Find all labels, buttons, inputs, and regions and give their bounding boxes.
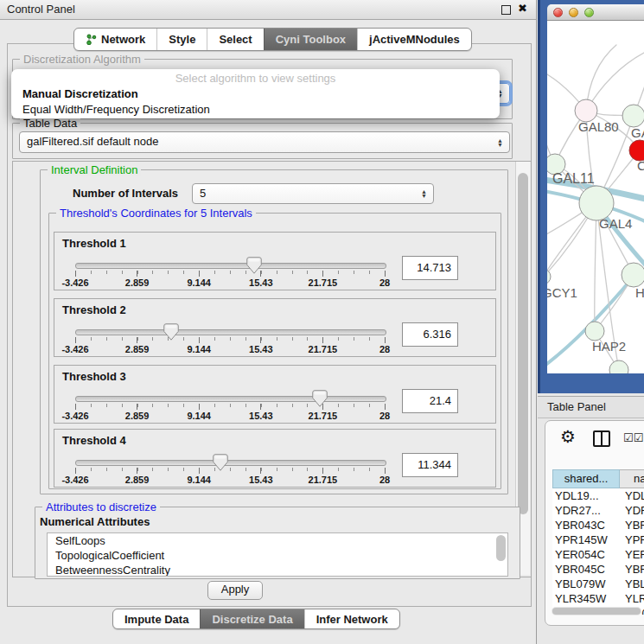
- slider-tick-label: 9.144: [187, 475, 211, 485]
- slider-major-tick: [385, 337, 386, 343]
- columns-icon[interactable]: [593, 430, 610, 447]
- slider-track[interactable]: [75, 396, 386, 402]
- threshold-2-value-field[interactable]: 6.316: [402, 322, 458, 347]
- network-node-label: GA: [631, 125, 644, 140]
- tab-label: Style: [169, 29, 195, 49]
- slider-tick-label: 2.859: [125, 475, 150, 485]
- number-of-intervals-combobox[interactable]: 5 ▲▼: [192, 183, 434, 204]
- network-node[interactable]: [579, 186, 614, 220]
- slider-major-tick: [75, 404, 76, 410]
- list-scrollbar-thumb[interactable]: [496, 535, 506, 561]
- threshold-4-slider[interactable]: -3.4262.8599.14415.4321.71528: [75, 456, 385, 487]
- discretization-algorithm-group-title: Discretization Algorithm: [20, 53, 144, 66]
- slider-tick-label: -3.426: [61, 277, 88, 288]
- network-node[interactable]: [622, 263, 644, 287]
- threshold-3-slider[interactable]: -3.4262.8599.14415.4321.71528: [75, 392, 385, 423]
- network-node[interactable]: [547, 269, 551, 284]
- slider-thumb[interactable]: [163, 323, 179, 344]
- network-node-label: HAP2: [592, 339, 626, 354]
- network-node-label: H: [635, 285, 644, 300]
- close-icon[interactable]: ✖: [518, 2, 527, 15]
- slider-tick-label: 28: [379, 277, 390, 288]
- slider-tick-label: 2.859: [125, 344, 150, 354]
- table-row[interactable]: YLR345WYLR3: [552, 591, 644, 606]
- threshold-3-panel: Threshold 3-3.4262.8599.14415.4321.71528…: [54, 365, 496, 424]
- table-row[interactable]: YBR043CYBR0: [552, 518, 644, 532]
- table-row[interactable]: YDL19...YDL1: [552, 488, 644, 503]
- slider-major-tick: [260, 337, 261, 343]
- tab-jactivemnodules[interactable]: jActiveMNodules: [357, 29, 471, 50]
- threshold-4-value-field[interactable]: 11.344: [402, 453, 458, 477]
- slider-major-tick: [322, 271, 323, 277]
- float-window-icon[interactable]: [501, 5, 511, 15]
- attribute-item-selfloops[interactable]: SelfLoops: [48, 533, 507, 548]
- network-node[interactable]: [609, 360, 628, 373]
- tab-discretize-data[interactable]: Discretize Data: [200, 609, 303, 628]
- select-columns-checkboxes-icon[interactable]: ☑☑: [623, 431, 643, 444]
- algorithm-option-manual[interactable]: Manual Discretization: [11, 86, 500, 102]
- column-header-shared[interactable]: shared...: [552, 469, 620, 488]
- algorithm-placeholder: Select algorithm to view settings: [11, 69, 500, 86]
- network-node[interactable]: [622, 105, 644, 127]
- tab-infer-network[interactable]: Infer Network: [304, 609, 399, 628]
- table-cell-shared-name: YDR27...: [552, 503, 620, 518]
- network-edge[interactable]: [586, 48, 644, 111]
- column-header-na[interactable]: na: [620, 469, 644, 488]
- attributes-group-title: Attributes to discretize: [42, 501, 160, 513]
- cyni-mode-tabs: Impute DataDiscretize DataInfer Network: [112, 609, 400, 629]
- slider-tick-label: 21.715: [309, 475, 338, 485]
- slider-thumb[interactable]: [213, 454, 228, 475]
- network-icon: [86, 34, 97, 45]
- tab-cyni-toolbox[interactable]: Cyni Toolbox: [264, 29, 357, 50]
- tab-select[interactable]: Select: [207, 29, 263, 50]
- slider-track[interactable]: [75, 263, 386, 269]
- tab-style[interactable]: Style: [156, 29, 207, 50]
- zoom-traffic-light-icon[interactable]: [584, 8, 594, 17]
- table-row[interactable]: YPR145WYPR1: [552, 532, 644, 547]
- network-canvas[interactable]: GAL80GACGAL11GAL4GCY1HHAP2: [547, 21, 644, 373]
- horizontal-scrollbar-thumb[interactable]: [552, 608, 641, 615]
- table-cell-shared-name: YER054C: [552, 547, 620, 562]
- algorithm-option-equal-width[interactable]: Equal Width/Frequency Discretization: [11, 102, 500, 118]
- table-cell-shared-name: YBL079W: [552, 577, 620, 591]
- table-row[interactable]: YBL079WYBL0: [552, 577, 644, 591]
- slider-track[interactable]: [75, 460, 386, 466]
- threshold-2-slider[interactable]: -3.4262.8599.14415.4321.71528: [75, 325, 385, 356]
- threshold-4-panel: Threshold 4-3.4262.8599.14415.4321.71528…: [54, 429, 496, 488]
- node-attribute-table: shared...na YDL19...YDL1YDR27...YDR2YBR0…: [552, 469, 644, 615]
- minimize-traffic-light-icon[interactable]: [569, 8, 578, 17]
- table-row[interactable]: YER054CYER0: [552, 547, 644, 562]
- threshold-1-slider[interactable]: -3.4262.8599.14415.4321.71528: [75, 258, 385, 290]
- table-data-combobox[interactable]: galFiltered.sif default node ▲▼: [19, 131, 510, 153]
- tab-label: Cyni Toolbox: [276, 29, 346, 49]
- table-data-selected: galFiltered.sif default node: [20, 132, 509, 150]
- apply-button[interactable]: Apply: [207, 581, 263, 600]
- tab-label: Select: [219, 29, 252, 49]
- table-row[interactable]: YBR045CYBR0: [552, 562, 644, 577]
- slider-thumb[interactable]: [312, 390, 328, 411]
- threshold-1-value-field[interactable]: 14.713: [402, 256, 458, 280]
- attribute-item-betweennesscentrality[interactable]: BetweennessCentrality: [48, 563, 507, 577]
- slider-major-tick: [75, 337, 76, 343]
- close-traffic-light-icon[interactable]: [553, 8, 563, 17]
- slider-minor-ticks: [75, 468, 386, 471]
- slider-tick-label: 15.43: [249, 344, 273, 354]
- slider-minor-ticks: [75, 337, 386, 341]
- threshold-3-value-field[interactable]: 21.4: [402, 389, 458, 413]
- vertical-scrollbar-thumb[interactable]: [518, 173, 528, 514]
- network-window-titlebar[interactable]: [547, 4, 644, 21]
- attribute-item-topologicalcoefficient[interactable]: TopologicalCoefficient: [48, 548, 507, 563]
- gear-icon[interactable]: ⚙: [560, 426, 576, 447]
- tab-impute-data[interactable]: Impute Data: [113, 609, 200, 628]
- slider-major-tick: [199, 404, 200, 410]
- horizontal-scrollbar[interactable]: [552, 607, 641, 615]
- application-root: Control Panel ✖ NetworkStyleSelectCyni T…: [0, 0, 644, 644]
- slider-tick-label: 9.144: [187, 344, 211, 354]
- network-edge[interactable]: [595, 203, 596, 331]
- slider-thumb[interactable]: [246, 257, 262, 277]
- numerical-attributes-list[interactable]: SelfLoopsTopologicalCoefficientBetweenne…: [47, 532, 508, 577]
- slider-track[interactable]: [75, 329, 386, 335]
- tab-network[interactable]: Network: [74, 29, 156, 50]
- table-row[interactable]: YDR27...YDR2: [552, 503, 644, 518]
- network-node[interactable]: [585, 322, 604, 341]
